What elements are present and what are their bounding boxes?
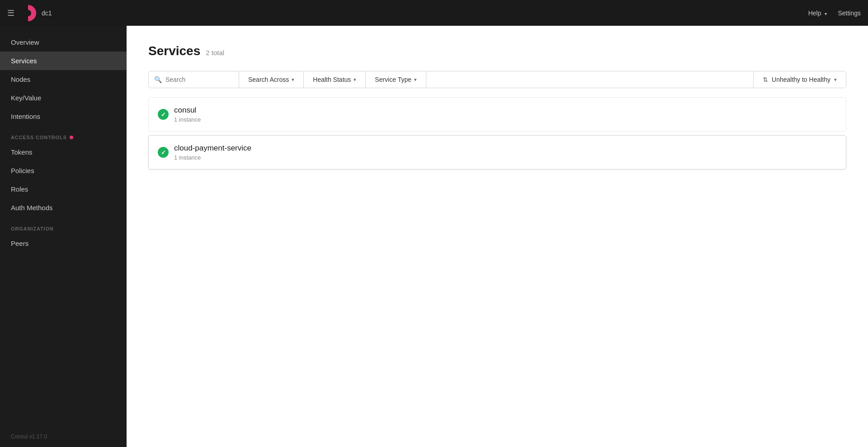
search-input-wrap: 🔍 xyxy=(149,71,239,88)
logo-dot xyxy=(30,8,33,10)
service-list: consul 1 instance cloud-payment-service … xyxy=(148,97,846,173)
sort-icon: ⇅ xyxy=(763,76,768,83)
sidebar-item-tokens[interactable]: Tokens xyxy=(0,143,127,161)
sidebar-item-nodes[interactable]: Nodes xyxy=(0,70,127,89)
sidebar-item-peers[interactable]: Peers xyxy=(0,234,127,253)
service-info-cloud-payment: cloud-payment-service 1 instance xyxy=(174,144,251,161)
health-status-button[interactable]: Health Status ▾ xyxy=(304,71,366,88)
service-type-button[interactable]: Service Type ▾ xyxy=(366,71,426,88)
layout: Overview Services Nodes Key/Value Intent… xyxy=(0,26,868,447)
access-controls-section-label: ACCESS CONTROLS xyxy=(0,126,127,143)
topnav-right: Help ▾ Settings xyxy=(808,9,861,17)
service-item-cloud-payment[interactable]: cloud-payment-service 1 instance xyxy=(148,135,846,169)
service-name-consul: consul xyxy=(174,106,201,115)
sidebar: Overview Services Nodes Key/Value Intent… xyxy=(0,26,127,447)
sidebar-item-auth-methods[interactable]: Auth Methods xyxy=(0,198,127,217)
sidebar-item-overview[interactable]: Overview xyxy=(0,33,127,52)
help-link[interactable]: Help ▾ xyxy=(808,9,827,17)
topnav-left: ☰ dc1 xyxy=(7,5,52,21)
service-item-consul[interactable]: consul 1 instance xyxy=(148,97,846,132)
filter-bar: 🔍 Search Across ▾ Health Status ▾ Servic… xyxy=(148,71,846,88)
organization-section-label: ORGANIZATION xyxy=(0,217,127,234)
sort-chevron-icon: ▾ xyxy=(834,77,837,83)
top-nav: ☰ dc1 Help ▾ Settings xyxy=(0,0,868,26)
sidebar-item-key-value[interactable]: Key/Value xyxy=(0,89,127,107)
logo-inner xyxy=(25,10,31,16)
service-info-consul: consul 1 instance xyxy=(174,106,201,123)
page-header: Services 2 total xyxy=(148,44,846,58)
sidebar-item-roles[interactable]: Roles xyxy=(0,180,127,198)
service-instances-cloud-payment: 1 instance xyxy=(174,154,251,161)
page-count: 2 total xyxy=(206,49,224,56)
main-content: Services 2 total 🔍 Search Across ▾ Healt… xyxy=(127,26,868,447)
sidebar-footer: Consul v1.17.0 xyxy=(0,426,127,447)
search-input[interactable] xyxy=(165,71,229,88)
sidebar-item-intentions[interactable]: Intentions xyxy=(0,107,127,126)
dc-label[interactable]: dc1 xyxy=(42,9,52,17)
sidebar-item-services[interactable]: Services xyxy=(0,52,127,70)
access-controls-dot xyxy=(70,136,73,139)
search-icon: 🔍 xyxy=(154,76,162,83)
hamburger-icon[interactable]: ☰ xyxy=(7,8,14,18)
search-across-button[interactable]: Search Across ▾ xyxy=(239,71,304,88)
settings-link[interactable]: Settings xyxy=(838,9,861,17)
health-status-chevron-icon: ▾ xyxy=(354,77,356,83)
search-across-chevron-icon: ▾ xyxy=(292,77,294,83)
page-title: Services xyxy=(148,44,200,58)
help-chevron-icon: ▾ xyxy=(825,11,827,16)
health-passing-icon-cloud-payment xyxy=(158,147,169,158)
service-name-cloud-payment: cloud-payment-service xyxy=(174,144,251,153)
health-passing-icon-consul xyxy=(158,109,169,120)
consul-logo xyxy=(20,5,36,21)
service-instances-consul: 1 instance xyxy=(174,116,201,123)
sidebar-item-policies[interactable]: Policies xyxy=(0,161,127,180)
service-type-chevron-icon: ▾ xyxy=(414,77,417,83)
sort-button[interactable]: ⇅ Unhealthy to Healthy ▾ xyxy=(753,71,846,88)
